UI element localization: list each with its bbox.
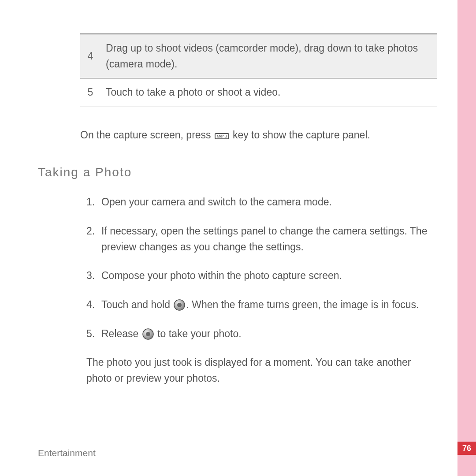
shutter-icon — [174, 299, 185, 311]
legend-table: 4 Drag up to shoot videos (camcorder mod… — [80, 33, 437, 107]
svg-point-1 — [177, 303, 182, 307]
table-row-text: Touch to take a photo or shoot a video. — [100, 78, 437, 107]
footer-section-label: Entertainment — [38, 448, 96, 458]
list-item: Touch and hold . When the frame turns gr… — [86, 297, 439, 313]
steps-list: Open your camera and switch to the camer… — [86, 194, 439, 342]
table-row: 4 Drag up to shoot videos (camcorder mod… — [80, 34, 437, 78]
section-heading: Taking a Photo — [38, 165, 440, 179]
list-item: Release to take your photo. — [86, 326, 439, 342]
page-number-badge: 76 — [457, 442, 476, 455]
list-item: Open your camera and switch to the camer… — [86, 194, 439, 210]
list-item: If necessary, open the settings panel to… — [86, 223, 439, 255]
table-row-number: 5 — [80, 78, 100, 107]
table-row-number: 4 — [80, 34, 100, 78]
step4-before: Touch and hold — [101, 299, 173, 310]
step5-after: to take your photo. — [155, 328, 242, 339]
list-item: Compose your photo within the photo capt… — [86, 268, 439, 284]
step4-after: . When the frame turns green, the image … — [186, 299, 419, 310]
svg-point-3 — [146, 332, 150, 336]
capture-note-before: On the capture screen, press — [80, 129, 211, 141]
closing-paragraph: The photo you just took is displayed for… — [86, 355, 439, 386]
shutter-icon — [142, 328, 154, 340]
menu-key-icon: Menu — [215, 133, 229, 139]
side-stripe — [457, 0, 476, 476]
step5-before: Release — [101, 328, 141, 339]
page-content: 4 Drag up to shoot videos (camcorder mod… — [0, 0, 457, 476]
table-row: 5 Touch to take a photo or shoot a video… — [80, 78, 437, 107]
table-row-text: Drag up to shoot videos (camcorder mode)… — [100, 34, 437, 78]
capture-note-after: key to show the capture panel. — [233, 129, 370, 141]
capture-note: On the capture screen, press Menu key to… — [80, 127, 437, 143]
